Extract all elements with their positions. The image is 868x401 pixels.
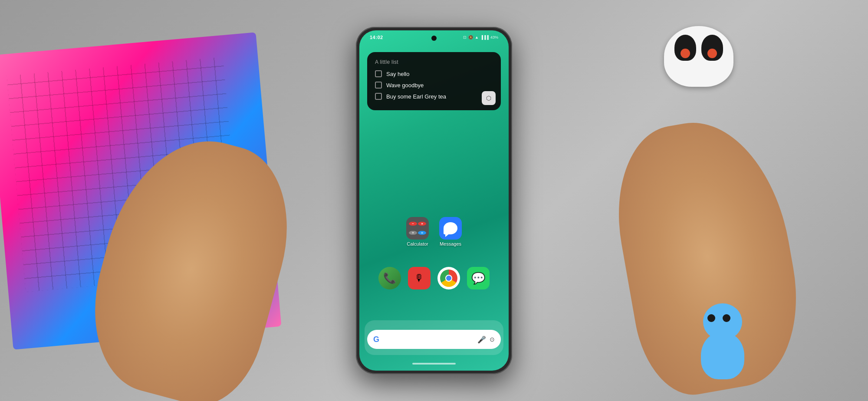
phone-app-wrap[interactable]: 📞 [378, 267, 401, 289]
tasks-widget[interactable]: A little list Say hello Wave goodbye Buy… [367, 52, 501, 110]
whatsapp-icon[interactable]: 💬 [467, 267, 490, 289]
calc-plus: + [409, 231, 417, 235]
open-icon: ⬡ [486, 95, 491, 102]
lens-icon[interactable]: ⊙ [490, 336, 495, 343]
calculator-label: Calculator [407, 241, 428, 247]
apps-row-1: − × + = Calculator Messages [406, 217, 462, 247]
chrome-icon[interactable] [437, 267, 460, 289]
microphone-icon[interactable]: 🎤 [477, 335, 486, 344]
google-logo: G [373, 335, 379, 344]
squirtle-eye-right [723, 314, 730, 322]
messages-app-wrap[interactable]: Messages [439, 217, 462, 247]
status-time: 14:02 [370, 35, 383, 40]
signal-icon: ▐▐▐ [480, 35, 489, 39]
phone: 14:02 ⊡ 🔕 ▲ ▐▐▐ 43% A little list Say he… [356, 27, 512, 374]
front-camera [431, 36, 437, 41]
task-checkbox-3[interactable] [375, 93, 382, 100]
chrome-ring [440, 270, 457, 287]
phone-icon[interactable]: 📞 [378, 267, 401, 289]
calculator-app-wrap[interactable]: − × + = Calculator [406, 217, 429, 247]
messages-label: Messages [440, 241, 461, 247]
sim-icon: ⊡ [463, 35, 467, 39]
task-text-3: Buy some Earl Grey tea [386, 93, 446, 100]
task-item-1[interactable]: Say hello [375, 70, 493, 77]
dock-apps: 📞 🎙 💬 [378, 267, 490, 289]
task-text-2: Wave goodbye [386, 82, 424, 89]
calc-eq: = [418, 231, 426, 235]
messages-bubble-icon [444, 222, 457, 234]
mute-icon: 🔕 [468, 35, 473, 39]
navigation-bar [412, 363, 456, 365]
task-item-3[interactable]: Buy some Earl Grey tea [375, 93, 493, 100]
task-checkbox-2[interactable] [375, 82, 382, 89]
wifi-icon: ▲ [475, 35, 479, 39]
chrome-app-wrap[interactable] [437, 267, 460, 289]
status-icons: ⊡ 🔕 ▲ ▐▐▐ 43% [463, 35, 498, 39]
calc-minus: − [409, 222, 417, 226]
task-text-1: Say hello [386, 71, 409, 77]
calc-times: × [418, 222, 426, 226]
earbuds-inner [671, 35, 727, 69]
widget-open-button[interactable]: ⬡ [482, 91, 496, 105]
chrome-center [445, 275, 452, 282]
podcast-icon[interactable]: 🎙 [408, 267, 431, 289]
calculator-icon[interactable]: − × + = [406, 217, 429, 240]
task-checkbox-1[interactable] [375, 70, 382, 77]
squirtle-eye-left [707, 314, 715, 322]
phone-body: 14:02 ⊡ 🔕 ▲ ▐▐▐ 43% A little list Say he… [356, 27, 512, 374]
earbud-left [674, 35, 696, 61]
podcast-app-wrap[interactable]: 🎙 [408, 267, 431, 289]
earbud-right-tip [707, 49, 717, 58]
squirtle-figure [694, 310, 751, 388]
battery-percent: 43% [490, 35, 498, 39]
earbud-left-tip [681, 49, 690, 58]
earbuds-case [664, 26, 733, 87]
phone-screen: 14:02 ⊡ 🔕 ▲ ▐▐▐ 43% A little list Say he… [359, 30, 509, 371]
google-search-bar[interactable]: G 🎤 ⊙ [367, 330, 501, 349]
squirtle-head [703, 303, 742, 340]
widget-title: A little list [375, 59, 493, 65]
whatsapp-app-wrap[interactable]: 💬 [467, 267, 490, 289]
earbud-right [701, 35, 723, 61]
task-item-2[interactable]: Wave goodbye [375, 82, 493, 89]
messages-icon[interactable] [439, 217, 462, 240]
